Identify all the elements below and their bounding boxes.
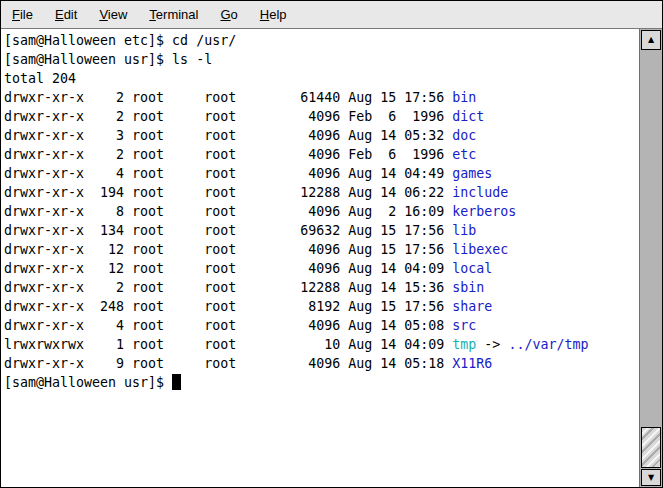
directory-name: bin <box>452 90 476 105</box>
terminal-line: drwxr-xr-x 2 root root 4096 Feb 6 1996 e… <box>4 145 639 164</box>
scrollbar-thumb[interactable] <box>641 427 661 468</box>
terminal-text: [sam@Halloween etc]$ cd /usr/ <box>4 33 236 48</box>
directory-name: libexec <box>452 242 508 257</box>
terminal-line: drwxr-xr-x 194 root root 12288 Aug 14 06… <box>4 183 639 202</box>
menu-item-view[interactable]: View <box>91 3 135 26</box>
vertical-scrollbar[interactable]: ▲ ▼ <box>639 29 662 487</box>
terminal-line: total 204 <box>4 69 639 88</box>
terminal-line: drwxr-xr-x 8 root root 4096 Aug 2 16:09 … <box>4 202 639 221</box>
terminal-text: drwxr-xr-x 9 root root 4096 Aug 14 05:18 <box>4 356 452 371</box>
menu-item-help[interactable]: Help <box>252 3 295 26</box>
directory-name: games <box>452 166 492 181</box>
terminal-text: drwxr-xr-x 2 root root 12288 Aug 14 15:3… <box>4 280 452 295</box>
terminal-line: drwxr-xr-x 12 root root 4096 Aug 14 04:0… <box>4 259 639 278</box>
directory-name: etc <box>452 147 476 162</box>
scroll-down-button[interactable]: ▼ <box>641 469 661 486</box>
scroll-up-button[interactable]: ▲ <box>641 30 661 50</box>
terminal-line: drwxr-xr-x 9 root root 4096 Aug 14 05:18… <box>4 354 639 373</box>
symlink-name: tmp <box>452 337 476 352</box>
directory-name: doc <box>452 128 476 143</box>
terminal-line: lrwxrwxrwx 1 root root 10 Aug 14 04:09 t… <box>4 335 639 354</box>
directory-name: lib <box>452 223 476 238</box>
terminal-line: drwxr-xr-x 2 root root 61440 Aug 15 17:5… <box>4 88 639 107</box>
terminal-line: drwxr-xr-x 248 root root 8192 Aug 15 17:… <box>4 297 639 316</box>
terminal-line: drwxr-xr-x 134 root root 69632 Aug 15 17… <box>4 221 639 240</box>
terminal-text: drwxr-xr-x 12 root root 4096 Aug 15 17:5… <box>4 242 452 257</box>
terminal-text: drwxr-xr-x 248 root root 8192 Aug 15 17:… <box>4 299 452 314</box>
terminal-text: drwxr-xr-x 12 root root 4096 Aug 14 04:0… <box>4 261 452 276</box>
terminal-text: -> <box>476 337 508 352</box>
terminal-text: drwxr-xr-x 8 root root 4096 Aug 2 16:09 <box>4 204 452 219</box>
directory-name: sbin <box>452 280 484 295</box>
menu-item-go[interactable]: Go <box>212 3 245 26</box>
directory-name: ../var/tmp <box>508 337 588 352</box>
terminal-text: drwxr-xr-x 4 root root 4096 Aug 14 04:49 <box>4 166 452 181</box>
terminal-line: drwxr-xr-x 2 root root 12288 Aug 14 15:3… <box>4 278 639 297</box>
terminal-line: drwxr-xr-x 3 root root 4096 Aug 14 05:32… <box>4 126 639 145</box>
terminal-text: drwxr-xr-x 3 root root 4096 Aug 14 05:32 <box>4 128 452 143</box>
terminal-line: drwxr-xr-x 4 root root 4096 Aug 14 04:49… <box>4 164 639 183</box>
terminal-line: [sam@Halloween etc]$ cd /usr/ <box>4 31 639 50</box>
scroll-up-icon: ▲ <box>648 36 654 44</box>
terminal-text: drwxr-xr-x 4 root root 4096 Aug 14 05:08 <box>4 318 452 333</box>
terminal-line: [sam@Halloween usr]$ <box>4 373 639 392</box>
terminal-screen[interactable]: [sam@Halloween etc]$ cd /usr/[sam@Hallow… <box>1 29 639 487</box>
directory-name: src <box>452 318 476 333</box>
terminal-text: total 204 <box>4 71 76 86</box>
menu-bar: FileEditViewTerminalGoHelp <box>1 1 662 29</box>
menu-item-file[interactable]: File <box>4 3 41 26</box>
terminal-text: drwxr-xr-x 134 root root 69632 Aug 15 17… <box>4 223 452 238</box>
directory-name: kerberos <box>452 204 516 219</box>
directory-name: include <box>452 185 508 200</box>
terminal-window: FileEditViewTerminalGoHelp [sam@Hallowee… <box>0 0 663 488</box>
terminal-text: [sam@Halloween usr]$ <box>4 375 172 390</box>
menu-item-edit[interactable]: Edit <box>47 3 85 26</box>
terminal-text: drwxr-xr-x 2 root root 61440 Aug 15 17:5… <box>4 90 452 105</box>
terminal-line: drwxr-xr-x 4 root root 4096 Aug 14 05:08… <box>4 316 639 335</box>
directory-name: share <box>452 299 492 314</box>
terminal-text: lrwxrwxrwx 1 root root 10 Aug 14 04:09 <box>4 337 452 352</box>
directory-name: local <box>452 261 492 276</box>
terminal-text: drwxr-xr-x 2 root root 4096 Feb 6 1996 <box>4 109 452 124</box>
directory-name: dict <box>452 109 484 124</box>
scroll-down-icon: ▼ <box>648 474 654 482</box>
terminal-line: drwxr-xr-x 2 root root 4096 Feb 6 1996 d… <box>4 107 639 126</box>
terminal-text: drwxr-xr-x 194 root root 12288 Aug 14 06… <box>4 185 452 200</box>
terminal-line: drwxr-xr-x 12 root root 4096 Aug 15 17:5… <box>4 240 639 259</box>
terminal-line: [sam@Halloween usr]$ ls -l <box>4 50 639 69</box>
terminal-text: drwxr-xr-x 2 root root 4096 Feb 6 1996 <box>4 147 452 162</box>
directory-name: X11R6 <box>452 356 492 371</box>
block-cursor <box>172 374 181 390</box>
terminal-text: [sam@Halloween usr]$ ls -l <box>4 52 212 67</box>
menu-item-terminal[interactable]: Terminal <box>141 3 206 26</box>
